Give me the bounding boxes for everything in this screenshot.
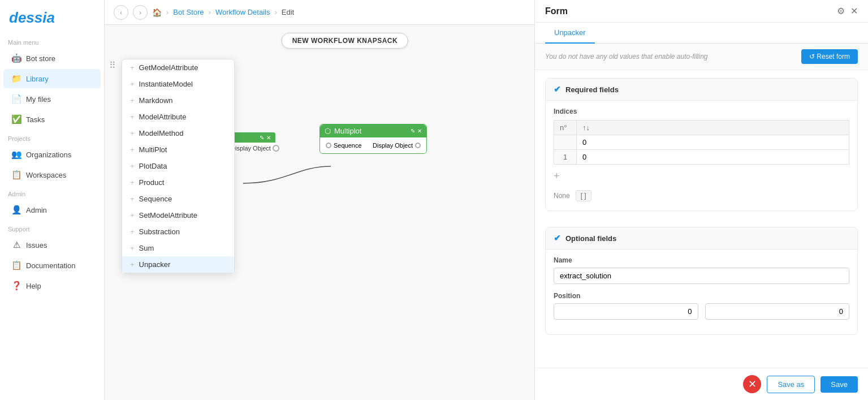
sort-icon[interactable]: ↑↓	[582, 123, 590, 132]
menu-item-label: Sequence	[139, 195, 172, 203]
tab-unpacker[interactable]: Unpacker	[545, 23, 595, 44]
table-header-value: ↑↓	[577, 121, 849, 135]
sidebar-item-help[interactable]: ❓ Help	[3, 276, 101, 295]
back-button[interactable]: ‹	[114, 5, 128, 20]
none-row: None [ ]	[554, 188, 849, 204]
sidebar-item-organizations[interactable]: 👥 Organizations	[3, 145, 101, 164]
node-port-right[interactable]	[273, 145, 279, 152]
bracket-label: [ ]	[576, 190, 591, 201]
menu-item-product[interactable]: + Product	[122, 174, 234, 191]
sidebar-item-label: My files	[26, 95, 51, 104]
menu-item-label: ModelAttribute	[139, 113, 187, 121]
sidebar-item-tasks[interactable]: ✅ Tasks	[3, 110, 101, 129]
tasks-icon: ✅	[11, 114, 21, 124]
help-icon: ❓	[11, 281, 21, 291]
menu-item-multiplot[interactable]: + MultiPlot	[122, 141, 234, 158]
table-input-1[interactable]	[582, 153, 843, 161]
position-label: Position	[554, 292, 849, 300]
optional-check-icon: ✔	[554, 233, 561, 243]
sidebar-item-label: Issues	[26, 241, 47, 250]
library-icon: 📁	[11, 74, 21, 84]
panel-title: Form	[545, 6, 568, 16]
sidebar-item-workspaces[interactable]: 📋 Workspaces	[3, 165, 101, 184]
plus-icon-1: +	[130, 63, 135, 72]
plus-icon-2: +	[130, 80, 135, 88]
menu-item-set-model-attribute[interactable]: + SetModelAttribute	[122, 207, 234, 223]
issues-icon: ⚠	[11, 240, 21, 250]
save-as-button[interactable]: Save as	[767, 376, 815, 393]
multiplot-edit-icon: ✎	[411, 128, 415, 134]
menu-item-label: InstantiateModel	[139, 80, 193, 88]
menu-item-label: Substraction	[139, 227, 180, 236]
sidebar-item-my-files[interactable]: 📄 My files	[3, 89, 101, 109]
breadcrumb-bot-store[interactable]: Bot Store	[173, 8, 204, 16]
main-menu-label: Main menu	[0, 33, 104, 48]
sidebar-item-label: Help	[26, 282, 41, 290]
menu-item-plot-data[interactable]: + PlotData	[122, 158, 234, 174]
menu-item-label: Unpacker	[139, 260, 171, 269]
new-workflow-button[interactable]: NEW WORKFLOW KNAPSACK	[282, 33, 408, 49]
forward-button[interactable]: ›	[133, 5, 148, 20]
left-node-close-icon: ✕	[266, 135, 271, 141]
reset-form-button[interactable]: ↺ Reset form	[801, 49, 858, 64]
autofill-bar: You do not have any old values that enab…	[535, 44, 868, 70]
menu-item-unpacker[interactable]: + Unpacker	[122, 256, 234, 273]
bot-store-icon: 🤖	[11, 53, 21, 63]
position-x-input[interactable]	[554, 303, 698, 320]
documentation-icon: 📋	[11, 260, 21, 270]
sidebar-item-label: Tasks	[26, 115, 45, 124]
grid-handle[interactable]: ⠿	[109, 60, 116, 71]
name-field: Name	[554, 256, 849, 284]
menu-item-substraction[interactable]: + Substraction	[122, 223, 234, 240]
multiplot-port-left[interactable]	[326, 143, 331, 148]
menu-item-model-attribute[interactable]: + ModelAttribute	[122, 109, 234, 125]
sidebar: dessia Main menu 🤖 Bot store 📁 Library 📄…	[0, 0, 105, 400]
add-row-button[interactable]: +	[554, 168, 560, 184]
optional-fields-header: ✔ Optional fields	[546, 227, 857, 250]
sidebar-item-label: Library	[26, 75, 49, 83]
menu-item-sequence[interactable]: + Sequence	[122, 191, 234, 207]
name-input[interactable]	[554, 268, 849, 284]
multiplot-node-icon: ⬡	[325, 127, 331, 135]
plus-icon-6: +	[130, 145, 135, 154]
sidebar-item-admin[interactable]: 👤 Admin	[3, 200, 101, 220]
plus-icon-10: +	[130, 211, 135, 220]
menu-item-get-model-attribute[interactable]: + GetModelAttribute	[122, 59, 234, 76]
required-fields-header: ✔ Required fields	[546, 79, 857, 101]
position-y-input[interactable]	[705, 303, 850, 320]
table-cell-value-1[interactable]	[577, 150, 849, 165]
sidebar-item-bot-store[interactable]: 🤖 Bot store	[3, 49, 101, 68]
admin-icon: 👤	[11, 205, 21, 215]
table-cell-n-0	[554, 135, 577, 150]
table-cell-value-0[interactable]	[577, 135, 849, 150]
sidebar-item-library[interactable]: 📁 Library	[3, 69, 101, 88]
breadcrumb-workflow-details[interactable]: Workflow Details	[215, 8, 270, 16]
table-input-0[interactable]	[582, 138, 843, 147]
position-row	[554, 303, 849, 320]
panel-close-button[interactable]: ✕	[850, 6, 858, 16]
panel-gear-button[interactable]: ⚙	[837, 6, 845, 16]
multiplot-port-right[interactable]	[415, 143, 421, 148]
sidebar-item-issues[interactable]: ⚠ Issues	[3, 235, 101, 255]
table-cell-n-1: 1	[554, 150, 577, 165]
menu-item-sum[interactable]: + Sum	[122, 240, 234, 256]
right-panel: Form ⚙ ✕ Unpacker You do not have any ol…	[534, 0, 868, 400]
menu-item-instantiate-model[interactable]: + InstantiateModel	[122, 76, 234, 92]
panel-tabs: Unpacker	[535, 23, 868, 44]
sidebar-item-documentation[interactable]: 📋 Documentation	[3, 256, 101, 275]
menu-item-markdown[interactable]: + Markdown	[122, 92, 234, 109]
menu-item-label: MultiPlot	[139, 145, 167, 154]
delete-button[interactable]: ✕	[743, 375, 761, 393]
save-button[interactable]: Save	[821, 376, 858, 393]
multiplot-sequence-label: Sequence	[334, 142, 362, 149]
menu-item-label: Markdown	[139, 96, 173, 105]
left-node-edit-icon: ✎	[260, 135, 264, 141]
plus-icon-13: +	[130, 260, 135, 269]
separator-1: ›	[166, 8, 169, 16]
menu-item-model-method[interactable]: + ModelMethod	[122, 125, 234, 141]
optional-fields-body: Name Position	[546, 250, 857, 334]
sidebar-item-label: Workspaces	[26, 171, 66, 179]
menu-item-label: PlotData	[139, 162, 167, 170]
my-files-icon: 📄	[11, 94, 21, 104]
multiplot-node[interactable]: ⬡ Multiplot ✎ ✕ Sequence Display Object	[319, 124, 427, 154]
